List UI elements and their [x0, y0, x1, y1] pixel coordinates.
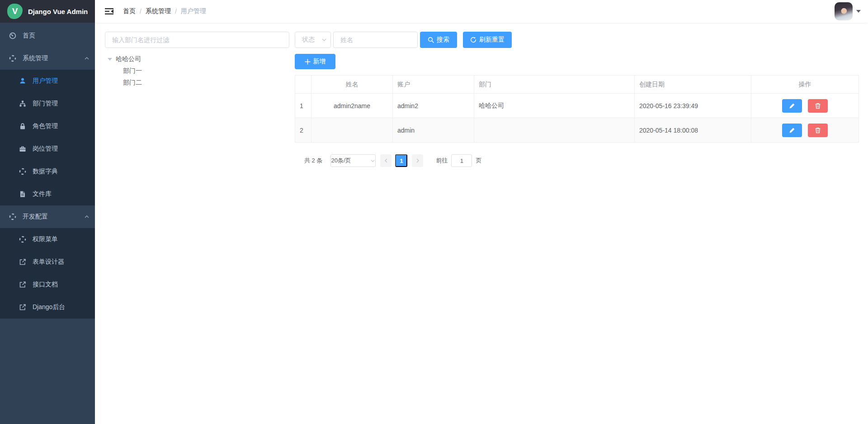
breadcrumb-section[interactable]: 系统管理: [146, 7, 171, 15]
goto-label: 前往: [436, 157, 448, 165]
component-icon: [19, 168, 26, 175]
app-root: V Django Vue Admin 首页 系统管理: [0, 0, 868, 424]
component-icon: [19, 236, 26, 243]
caret-down-icon: [856, 10, 861, 13]
next-page-button[interactable]: [412, 154, 423, 167]
sidebar-item-api-docs[interactable]: 接口文档: [0, 273, 95, 296]
toolbar-row: 新增: [295, 54, 859, 69]
sidebar-item-label: 权限菜单: [33, 235, 58, 243]
add-button[interactable]: 新增: [295, 54, 335, 69]
edit-icon: [789, 103, 795, 109]
external-link-icon: [19, 304, 26, 311]
cell-created: 2020-05-16 23:39:49: [635, 94, 751, 118]
topbar: 首页 / 系统管理 / 用户管理: [95, 0, 868, 23]
breadcrumb-home[interactable]: 首页: [123, 7, 136, 15]
sidebar-fold-icon[interactable]: [105, 7, 114, 15]
sidebar-item-label: 系统管理: [23, 54, 48, 62]
sidebar-item-home[interactable]: 首页: [0, 24, 95, 47]
sidebar-item-label: 表单设计器: [33, 258, 64, 266]
chevron-down-icon: [321, 37, 327, 43]
sidebar-item-dictionary[interactable]: 数据字典: [0, 160, 95, 183]
page-size-select[interactable]: 20条/页: [330, 154, 376, 167]
sidebar-item-permission-menu[interactable]: 权限菜单: [0, 228, 95, 251]
column-header-index: [295, 76, 311, 94]
pagination: 共 2 条 20条/页 1 前往: [295, 154, 859, 167]
edit-icon: [789, 127, 795, 133]
breadcrumb: 首页 / 系统管理 / 用户管理: [123, 7, 206, 15]
search-button[interactable]: 搜索: [420, 32, 457, 48]
tree-node-root[interactable]: 哈哈公司: [105, 53, 289, 65]
caret-down-icon[interactable]: [108, 58, 112, 61]
sidebar-item-label: 文件库: [33, 190, 52, 198]
sidebar-item-roles[interactable]: 角色管理: [0, 115, 95, 138]
filter-row: 状态 搜索: [295, 32, 859, 48]
refresh-reset-label: 刷新重置: [479, 36, 505, 44]
app-title: Django Vue Admin: [28, 8, 88, 15]
chevron-up-icon: [84, 56, 90, 61]
app-logo[interactable]: V Django Vue Admin: [0, 0, 95, 23]
vue-logo-icon: V: [7, 4, 23, 19]
sidebar-item-files[interactable]: 文件库: [0, 183, 95, 205]
sidebar-item-users[interactable]: 用户管理: [0, 70, 95, 92]
status-select-placeholder: 状态: [302, 36, 315, 44]
sidebar-item-label: 岗位管理: [33, 145, 58, 153]
main-area: 首页 / 系统管理 / 用户管理 哈哈公司: [95, 0, 868, 424]
tree-node-label: 部门一: [123, 67, 142, 75]
sidebar-item-form-designer[interactable]: 表单设计器: [0, 251, 95, 273]
sidebar-item-label: Django后台: [33, 303, 65, 311]
org-tree-icon: [19, 100, 26, 107]
cell-name: admin2name: [311, 94, 393, 118]
lock-icon: [19, 123, 26, 130]
department-panel: 哈哈公司 部门一 部门二: [105, 32, 289, 424]
sidebar-item-label: 数据字典: [33, 167, 58, 176]
name-filter-input[interactable]: [333, 32, 418, 48]
cell-index: 1: [295, 94, 311, 118]
sidebar-item-django-admin[interactable]: Django后台: [0, 296, 95, 319]
page-content: 哈哈公司 部门一 部门二 状态: [95, 23, 868, 424]
edit-button[interactable]: [782, 99, 802, 113]
table-row: 2 admin 2020-05-14 18:00:08: [295, 118, 859, 143]
sidebar-item-system[interactable]: 系统管理: [0, 47, 95, 70]
delete-button[interactable]: [808, 124, 828, 137]
chevron-down-icon: [370, 158, 375, 163]
tree-node-child[interactable]: 部门一: [105, 65, 289, 77]
column-header-account: 账户: [393, 76, 474, 94]
refresh-reset-button[interactable]: 刷新重置: [463, 32, 512, 48]
user-panel: 状态 搜索: [295, 32, 859, 424]
edit-button[interactable]: [782, 124, 802, 137]
breadcrumb-current: 用户管理: [181, 7, 206, 15]
users-table: 姓名 账户 部门 创建日期 操作 1 admin2name admin2 哈哈公: [295, 75, 859, 143]
cell-index: 2: [295, 118, 311, 143]
user-dropdown[interactable]: [835, 2, 861, 20]
sidebar-item-label: 接口文档: [33, 281, 58, 289]
refresh-icon: [470, 37, 476, 43]
cell-created: 2020-05-14 18:00:08: [635, 118, 751, 143]
chevron-up-icon: [84, 214, 90, 219]
tree-node-child[interactable]: 部门二: [105, 77, 289, 89]
trash-icon: [815, 127, 821, 133]
external-link-icon: [19, 281, 26, 288]
cell-name: [311, 118, 393, 143]
column-header-department: 部门: [474, 76, 635, 94]
pagination-total: 共 2 条: [304, 157, 322, 165]
status-select[interactable]: 状态: [295, 32, 331, 48]
goto-unit: 页: [476, 157, 481, 165]
tree-node-label: 哈哈公司: [116, 55, 141, 63]
delete-button[interactable]: [808, 99, 828, 113]
sidebar-item-label: 用户管理: [33, 77, 58, 85]
cell-department: 哈哈公司: [474, 94, 635, 118]
sidebar-item-label: 开发配置: [23, 213, 48, 221]
submenu-system: 用户管理 部门管理 角色管理: [0, 70, 95, 205]
sidebar-item-posts[interactable]: 岗位管理: [0, 138, 95, 160]
external-link-icon: [19, 258, 26, 266]
sidebar-item-devconfig[interactable]: 开发配置: [0, 205, 95, 228]
prev-page-button[interactable]: [380, 154, 392, 167]
page-number-button[interactable]: 1: [395, 154, 407, 167]
sidebar-item-departments[interactable]: 部门管理: [0, 92, 95, 115]
sidebar: V Django Vue Admin 首页 系统管理: [0, 0, 95, 424]
department-filter-input[interactable]: [105, 32, 289, 48]
goto-page-input[interactable]: [451, 154, 472, 167]
cell-department: [474, 118, 635, 143]
sidebar-item-label: 部门管理: [33, 100, 58, 108]
plus-icon: [305, 59, 311, 65]
